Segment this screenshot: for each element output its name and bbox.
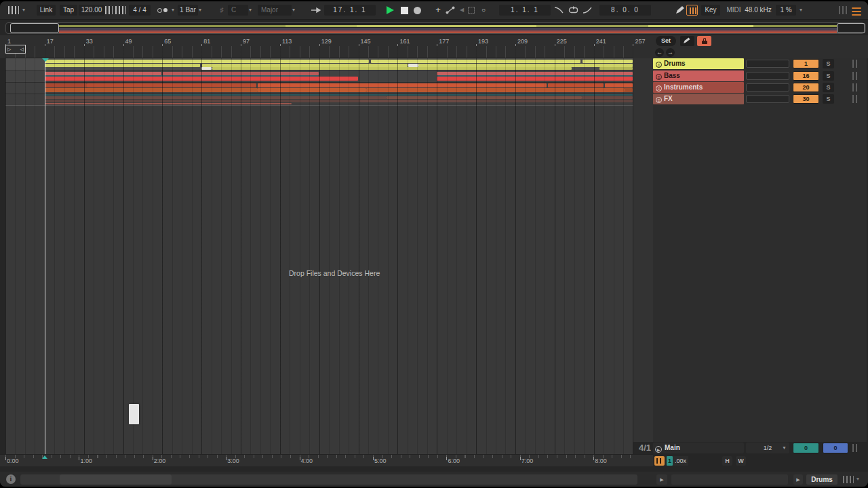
- quantize-menu[interactable]: 1 Bar: [178, 5, 198, 16]
- clip-segment[interactable]: [387, 96, 582, 99]
- add-track-button[interactable]: +: [433, 5, 443, 16]
- track-fold-icon[interactable]: ≡: [656, 62, 662, 68]
- grid-interval-menu[interactable]: 1/2▼: [746, 443, 789, 453]
- clip-segment[interactable]: [45, 60, 369, 63]
- clip-segment[interactable]: [87, 83, 256, 87]
- playhead[interactable]: [45, 58, 45, 454]
- key-root-caret-icon[interactable]: ▾: [249, 5, 252, 16]
- clip-segment[interactable]: [45, 103, 292, 104]
- zoom-level-field[interactable]: 1.00x: [667, 456, 688, 466]
- next-marker-button[interactable]: →: [666, 48, 675, 57]
- track-fold-icon[interactable]: ≡: [656, 74, 662, 80]
- track-input-box[interactable]: [746, 72, 789, 80]
- clip-segment[interactable]: [605, 83, 633, 87]
- track-input-box[interactable]: [746, 83, 789, 92]
- loop-icon[interactable]: [568, 6, 578, 14]
- clip-segment[interactable]: [548, 83, 604, 87]
- automation-arm-icon[interactable]: [446, 6, 455, 14]
- teal-value-box[interactable]: 0: [793, 443, 819, 453]
- punch-out-icon[interactable]: [583, 7, 592, 14]
- preview-play-icon[interactable]: ▶: [656, 474, 667, 485]
- clip-segment[interactable]: [476, 100, 633, 102]
- grid-caret-icon[interactable]: ▼: [782, 443, 787, 453]
- ruler-ticks[interactable]: [5, 46, 633, 58]
- track-name-header[interactable]: ≡Bass: [653, 70, 744, 81]
- track-input-box[interactable]: [746, 95, 789, 103]
- main-play-icon[interactable]: ▶: [655, 446, 662, 453]
- record-button[interactable]: [414, 7, 421, 14]
- solo-button[interactable]: S: [823, 59, 834, 68]
- panel-layout-icon[interactable]: [8, 6, 19, 14]
- clip-segment[interactable]: [437, 77, 633, 81]
- track-input-box[interactable]: [746, 60, 789, 68]
- track-number-box[interactable]: 16: [793, 71, 819, 81]
- monitor-play-icon[interactable]: ▶: [793, 474, 803, 485]
- clip-segment[interactable]: [45, 64, 200, 67]
- midi-map-button[interactable]: MIDI: [724, 5, 743, 16]
- selection-box-icon[interactable]: [468, 7, 475, 14]
- overview-view-box[interactable]: [10, 23, 59, 33]
- stop-button[interactable]: [401, 7, 408, 14]
- clip-segment[interactable]: [258, 83, 547, 87]
- scale-icon[interactable]: ♯: [217, 5, 226, 16]
- overview-view-box[interactable]: [837, 23, 865, 33]
- panel-layout-caret-icon[interactable]: ▾: [22, 5, 25, 16]
- set-marker-button[interactable]: Set: [656, 36, 676, 46]
- clip-segment[interactable]: [45, 83, 87, 87]
- clip-segment[interactable]: [371, 60, 580, 63]
- tempo-field[interactable]: 120.00: [79, 5, 104, 16]
- arrangement-overview[interactable]: [5, 22, 865, 34]
- track-fold-icon[interactable]: ≡: [656, 97, 662, 103]
- track-number-box[interactable]: 1: [793, 59, 819, 68]
- time-signature-field[interactable]: 4 / 4: [129, 5, 151, 16]
- key-root-menu[interactable]: C: [228, 5, 248, 16]
- metronome-caret-icon[interactable]: ▾: [172, 5, 174, 16]
- loop-start-field[interactable]: 1. 1. 1: [499, 5, 551, 16]
- track-number-box[interactable]: 20: [793, 83, 819, 92]
- key-map-button[interactable]: Key: [701, 5, 720, 16]
- output-meter-caret-icon[interactable]: ▾: [856, 476, 859, 482]
- nudge-down-icon[interactable]: [105, 6, 113, 14]
- track-fold-icon[interactable]: ≡: [656, 85, 662, 92]
- punch-icon[interactable]: ○: [479, 5, 488, 16]
- nudge-up-icon[interactable]: [115, 6, 126, 14]
- arrangement-position-field[interactable]: 17. 1. 1: [324, 5, 376, 16]
- solo-button[interactable]: S: [823, 83, 834, 92]
- cpu-caret-icon[interactable]: ▾: [800, 5, 802, 16]
- clip-segment[interactable]: [45, 94, 633, 96]
- clip-segment[interactable]: [582, 96, 633, 99]
- marker-pencil-button[interactable]: [680, 36, 694, 46]
- track-name-header[interactable]: ≡FX: [653, 94, 744, 104]
- back-to-arrangement-icon[interactable]: ◀: [458, 5, 466, 16]
- solo-button[interactable]: S: [823, 71, 834, 81]
- link-button[interactable]: Link: [37, 5, 56, 16]
- menu-icon[interactable]: [852, 5, 861, 16]
- metronome-icon[interactable]: [154, 5, 170, 16]
- blue-value-box[interactable]: 0: [823, 443, 848, 453]
- main-track-header[interactable]: ▶Main: [653, 443, 744, 453]
- draw-mode-pencil-icon[interactable]: [675, 5, 685, 15]
- loop-brace[interactable]: ▷◁: [5, 45, 26, 54]
- tap-tempo-button[interactable]: Tap: [60, 5, 77, 16]
- clip-segment[interactable]: [45, 100, 360, 102]
- info-icon[interactable]: i: [6, 474, 16, 484]
- prev-marker-button[interactable]: ←: [655, 48, 664, 57]
- clip-segment[interactable]: [366, 88, 625, 92]
- lock-envelopes-button[interactable]: [697, 36, 711, 46]
- clip-segment[interactable]: [212, 67, 572, 70]
- punch-in-icon[interactable]: [554, 7, 564, 14]
- track-number-box[interactable]: 30: [793, 94, 819, 104]
- zoom-height-button[interactable]: H: [722, 456, 732, 466]
- key-scale-caret-icon[interactable]: ▾: [292, 5, 295, 16]
- follow-icon[interactable]: [311, 5, 321, 15]
- time-ruler[interactable]: 0:001:002:003:004:005:006:007:008:00: [0, 454, 653, 466]
- clip-segment[interactable]: [201, 67, 212, 70]
- clip-segment[interactable]: [360, 100, 476, 102]
- key-scale-menu[interactable]: Major: [258, 5, 292, 16]
- mixer-fader-icon[interactable]: [654, 456, 665, 466]
- arrangement-canvas[interactable]: Drop Files and Devices Here: [5, 58, 633, 454]
- clip-segment[interactable]: [599, 67, 633, 70]
- clip-segment[interactable]: [45, 96, 387, 99]
- play-button[interactable]: [387, 6, 394, 14]
- clip-segment[interactable]: [45, 77, 358, 81]
